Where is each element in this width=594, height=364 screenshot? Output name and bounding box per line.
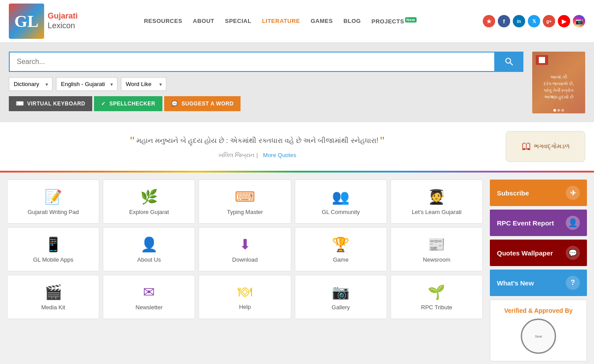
help-icon: 🍽 [238, 284, 252, 300]
facebook-icon[interactable]: f [498, 15, 510, 27]
grid-item-game[interactable]: 🏆 Game [295, 227, 387, 271]
verified-box: Verified & Approved By Seal [490, 300, 587, 361]
logo-gl: GL [15, 11, 39, 31]
logo-area: GL Gujarati Lexicon [9, 4, 78, 39]
instagram-icon[interactable]: 📷 [573, 15, 585, 27]
bhagvad-logo[interactable]: 🕮 ભગવદ્ગોમડળ [506, 131, 585, 162]
nav-literature[interactable]: LITERATURE [262, 18, 300, 24]
about-icon: 👤 [140, 236, 158, 253]
about-label: About Us [137, 256, 161, 263]
logo-name: Gujarati Lexicon [48, 11, 78, 30]
search-input[interactable] [9, 52, 495, 72]
grid-item-newsroom[interactable]: 📰 Newsroom [391, 227, 483, 271]
dot-3[interactable] [561, 109, 564, 112]
game-label: Game [333, 256, 349, 263]
whats-new-button[interactable]: What's New ? [490, 270, 587, 296]
media-label: Media Kit [41, 304, 65, 311]
quotes-wallpaper-button[interactable]: Quotes Wallpaper 💬 [490, 240, 587, 266]
explore-label: Explore Gujarat [129, 209, 169, 215]
search-area: Dictionary Thesaurus Shabdasar English -… [0, 43, 594, 122]
quote-close: " [380, 134, 384, 148]
book-cover: આનંદ તીદરેક જગ્યાએ છે,પરંતુ તેની સ્ત્રોત… [532, 52, 585, 113]
grid-item-gallery[interactable]: 📷 Gallery [295, 275, 387, 319]
grid-item-about[interactable]: 👤 About Us [103, 227, 195, 271]
header: GL Gujarati Lexicon RESOURCES ABOUT SPEC… [0, 0, 594, 43]
newsroom-icon: 📰 [428, 236, 445, 253]
grid-item-newsletter[interactable]: ✉ Newsletter [103, 275, 195, 319]
quote-author: ખલિલ જિબ્રાન | More Quotes [9, 152, 506, 159]
quotes-icon: 💬 [566, 246, 580, 260]
grid-item-community[interactable]: 👥 GL Community [295, 180, 387, 224]
grid-item-writing-pad[interactable]: 📝 Gujarati Writing Pad [7, 180, 99, 224]
quote-section: " મહાન મનુષ્યને બે હૃદય હોય છે : એકમાંથી… [0, 122, 594, 171]
grid-item-download[interactable]: ⬇ Download [199, 227, 291, 271]
virtual-keyboard-button[interactable]: ⌨ VIRTUAL KEYBOARD [9, 96, 92, 111]
dropdown-match-wrap: Word Like Exact Word Starts With [121, 77, 166, 91]
grid-item-help[interactable]: 🍽 Help [199, 275, 291, 319]
rpc-event-icon: 👤 [566, 216, 580, 230]
rpc-event-button[interactable]: RPC Event Report 👤 [490, 210, 587, 236]
keyboard-icon: ⌨ [16, 101, 24, 107]
nav-about[interactable]: ABOUT [193, 18, 214, 24]
gallery-icon: 📷 [332, 284, 350, 300]
sidebar: Subscribe ✈ RPC Event Report 👤 Quotes Wa… [490, 180, 587, 361]
game-icon: 🏆 [332, 236, 350, 253]
download-label: Download [232, 256, 258, 263]
dot-1[interactable] [553, 109, 556, 112]
dropdowns-row: Dictionary Thesaurus Shabdasar English -… [9, 77, 523, 91]
explore-icon: 🌿 [140, 188, 158, 205]
subscribe-button[interactable]: Subscribe ✈ [490, 180, 587, 206]
grid-area: 📝 Gujarati Writing Pad 🌿 Explore Gujarat… [7, 180, 483, 323]
grid-item-rpc[interactable]: 🌱 RPC Tribute [391, 275, 483, 319]
nav-projects[interactable]: PROJECTSNew [372, 18, 417, 25]
nav-games[interactable]: GAMES [311, 18, 333, 24]
mobile-icon: 📱 [45, 236, 62, 253]
verified-seal: Seal [521, 319, 556, 354]
grid-item-learn[interactable]: 🧑‍🎓 Let's Learn Gujarati [391, 180, 483, 224]
dropdown-match[interactable]: Word Like Exact Word Starts With [121, 77, 166, 91]
tools-row: ⌨ VIRTUAL KEYBOARD ✓ SPELLCHECKER 💬 SUGG… [9, 96, 523, 111]
nav-resources[interactable]: RESOURCES [144, 18, 182, 24]
media-icon: 🎬 [45, 284, 62, 300]
dropdown-type[interactable]: Dictionary Thesaurus Shabdasar [9, 77, 53, 91]
typing-icon: ⌨ [235, 188, 255, 205]
social-icons: ★ f in 𝕏 g+ ▶ 📷 [483, 15, 585, 27]
grid-row-2: 📱 GL Mobile Apps 👤 About Us ⬇ Download 🏆… [7, 227, 483, 271]
dropdown-type-wrap: Dictionary Thesaurus Shabdasar [9, 77, 53, 91]
grid-item-mobile[interactable]: 📱 GL Mobile Apps [7, 227, 99, 271]
grid-item-explore[interactable]: 🌿 Explore Gujarat [103, 180, 195, 224]
more-quotes-link[interactable]: More Quotes [263, 152, 296, 158]
grid-item-media[interactable]: 🎬 Media Kit [7, 275, 99, 319]
suggest-word-button[interactable]: 💬 SUGGEST A WORD [164, 96, 241, 111]
grid-row-1: 📝 Gujarati Writing Pad 🌿 Explore Gujarat… [7, 180, 483, 224]
grid-item-typing[interactable]: ⌨ Typing Master [199, 180, 291, 224]
rpc-label: RPC Tribute [421, 304, 452, 311]
gallery-label: Gallery [332, 304, 350, 311]
googleplus-icon[interactable]: g+ [543, 15, 555, 27]
newsletter-label: Newsletter [135, 304, 162, 311]
community-icon: 👥 [332, 188, 350, 205]
twitter-icon[interactable]: 𝕏 [528, 15, 540, 27]
youtube-icon[interactable]: ▶ [558, 15, 570, 27]
nav-blog[interactable]: BLOG [343, 18, 361, 24]
linkedin-icon[interactable]: in [513, 15, 525, 27]
search-icon [504, 56, 515, 67]
verified-title: Verified & Approved By [497, 307, 579, 314]
spellchecker-button[interactable]: ✓ SPELLCHECKER [94, 96, 162, 111]
logo-box[interactable]: GL [9, 4, 44, 39]
nav-special[interactable]: SPECIAL [225, 18, 252, 24]
search-row [9, 52, 523, 72]
search-button[interactable] [495, 52, 523, 72]
mobile-label: GL Mobile Apps [33, 256, 73, 263]
newsroom-label: Newsroom [423, 256, 450, 263]
favorites-icon[interactable]: ★ [483, 15, 495, 27]
whats-new-icon: ? [566, 276, 580, 290]
learn-label: Let's Learn Gujarati [412, 209, 462, 215]
community-label: GL Community [322, 209, 360, 215]
dropdown-lang-wrap: English - Gujarati Gujarati - English Gu… [56, 77, 117, 91]
quote-left: " મહાન મનુષ્યને બે હૃદય હોય છે : એકમાંથી… [9, 134, 506, 159]
dropdown-lang[interactable]: English - Gujarati Gujarati - English Gu… [56, 77, 117, 91]
pipe-divider: | [256, 152, 259, 158]
dot-2[interactable] [557, 109, 560, 112]
subscribe-icon: ✈ [566, 186, 580, 200]
